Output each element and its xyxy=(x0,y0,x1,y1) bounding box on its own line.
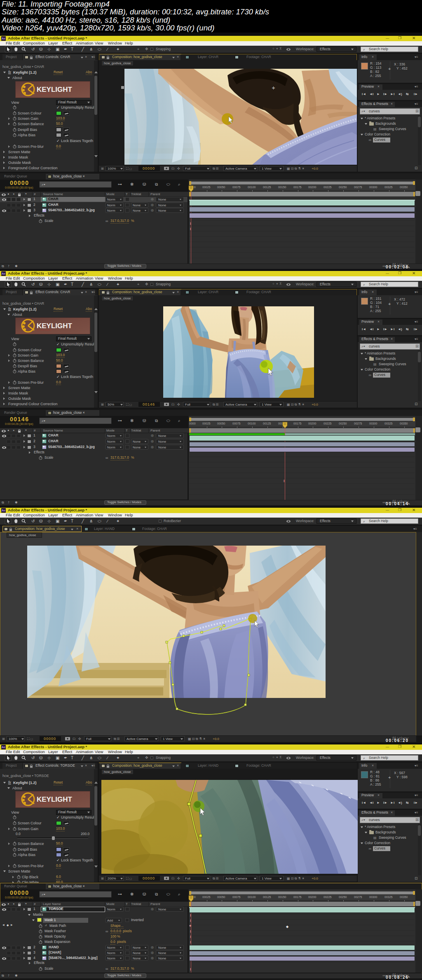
svg-text:BY THE FOUNDRY: BY THE FOUNDRY xyxy=(37,329,52,331)
svg-text:BY THE FOUNDRY: BY THE FOUNDRY xyxy=(37,803,52,805)
svg-text:BY THE FOUNDRY: BY THE FOUNDRY xyxy=(37,93,52,95)
